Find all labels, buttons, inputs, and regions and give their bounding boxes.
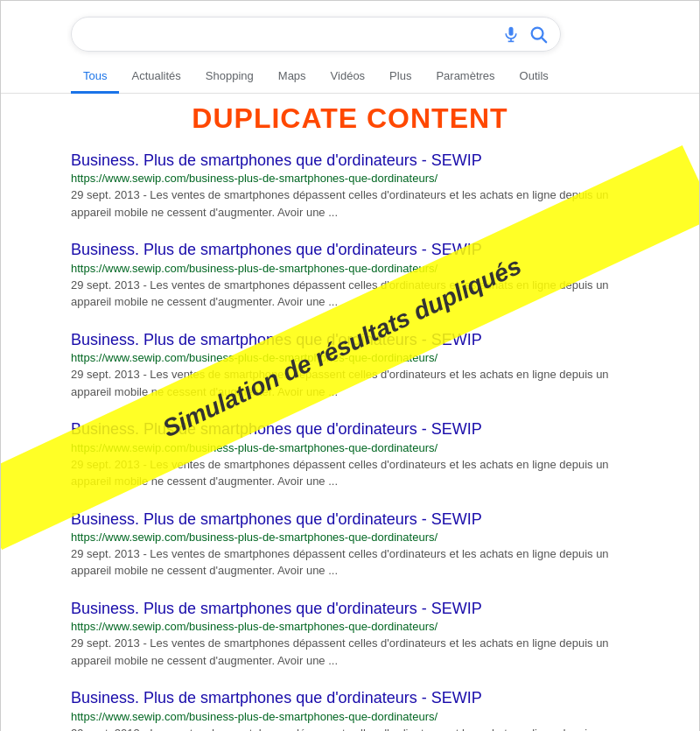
result-item: Business. Plus de smartphones que d'ordi…: [71, 151, 629, 221]
result-item: Business. Plus de smartphones que d'ordi…: [71, 510, 629, 580]
svg-rect-0: [509, 27, 514, 36]
result-snippet: 29 sept. 2013 - Les ventes de smartphone…: [71, 366, 629, 400]
result-snippet: 29 sept. 2013 - Les ventes de smartphone…: [71, 186, 629, 221]
result-snippet: 29 sept. 2013 - Les ventes de smartphone…: [71, 456, 629, 490]
result-url: https://www.sewip.com/business-plus-de-s…: [71, 351, 629, 364]
search-input-wrapper: [71, 17, 561, 52]
result-item: Business. Plus de smartphones que d'ordi…: [71, 240, 629, 310]
result-title[interactable]: Business. Plus de smartphones que d'ordi…: [71, 599, 629, 619]
result-title[interactable]: Business. Plus de smartphones que d'ordi…: [71, 151, 629, 171]
result-item: Business. Plus de smartphones que d'ordi…: [71, 419, 629, 489]
result-snippet: 29 sept. 2013 - Les ventes de smartphone…: [71, 545, 629, 580]
result-title[interactable]: Business. Plus de smartphones que d'ordi…: [71, 240, 629, 260]
result-item: Business. Plus de smartphones que d'ordi…: [71, 599, 629, 669]
svg-line-4: [542, 38, 546, 42]
result-item: Business. Plus de smartphones que d'ordi…: [71, 688, 629, 731]
nav-tabs: Tous Actualités Shopping Maps Vidéos Plu…: [1, 60, 699, 94]
page-title: DUPLICATE CONTENT: [1, 102, 699, 135]
tab-actualites[interactable]: Actualités: [119, 60, 192, 94]
result-title[interactable]: Business. Plus de smartphones que d'ordi…: [71, 510, 629, 530]
result-snippet: 29 sept. 2013 - Les ventes de smartphone…: [71, 277, 629, 311]
tab-tous[interactable]: Tous: [71, 60, 119, 94]
search-icons: [502, 25, 548, 44]
result-title[interactable]: Business. Plus de smartphones que d'ordi…: [71, 419, 629, 439]
result-item: Business. Plus de smartphones que d'ordi…: [71, 330, 629, 400]
search-bar-area: [1, 1, 699, 60]
tab-plus[interactable]: Plus: [377, 60, 424, 94]
tab-parametres[interactable]: Paramètres: [424, 60, 507, 94]
result-snippet: 29 sept. 2013 - Les ventes de smartphone…: [71, 635, 629, 669]
tab-shopping[interactable]: Shopping: [193, 60, 266, 94]
result-snippet: 29 sept. 2013 - Les ventes de smartphone…: [71, 725, 629, 731]
tab-videos[interactable]: Vidéos: [318, 60, 378, 94]
result-title[interactable]: Business. Plus de smartphones que d'ordi…: [71, 330, 629, 350]
search-input[interactable]: [84, 26, 495, 42]
result-url: https://www.sewip.com/business-plus-de-s…: [71, 262, 629, 275]
result-url: https://www.sewip.com/business-plus-de-s…: [71, 172, 629, 185]
result-url: https://www.sewip.com/business-plus-de-s…: [71, 531, 629, 544]
tab-outils[interactable]: Outils: [508, 60, 561, 94]
search-icon[interactable]: [528, 25, 548, 44]
result-url: https://www.sewip.com/business-plus-de-s…: [71, 620, 629, 633]
mic-icon[interactable]: [502, 25, 520, 43]
tab-maps[interactable]: Maps: [266, 60, 318, 94]
result-url: https://www.sewip.com/business-plus-de-s…: [71, 710, 629, 723]
results-container: Simulation de résultats dupliqués Busine…: [1, 151, 699, 731]
result-url: https://www.sewip.com/business-plus-de-s…: [71, 441, 629, 454]
result-title[interactable]: Business. Plus de smartphones que d'ordi…: [71, 688, 629, 708]
